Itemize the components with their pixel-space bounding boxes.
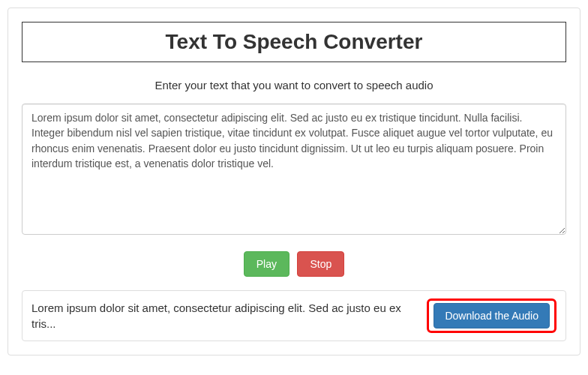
play-button[interactable]: Play	[244, 251, 290, 277]
stop-button[interactable]: Stop	[297, 251, 344, 277]
text-input[interactable]	[22, 104, 566, 235]
result-row: Lorem ipsum dolor sit amet, consectetur …	[22, 290, 566, 341]
download-audio-button[interactable]: Download the Audio	[434, 303, 550, 328]
title-box: Text To Speech Converter	[22, 22, 566, 62]
controls-row: Play Stop	[22, 251, 566, 277]
app-panel: Text To Speech Converter Enter your text…	[8, 8, 580, 356]
result-preview-text: Lorem ipsum dolor sit amet, consectetur …	[32, 300, 418, 332]
download-highlight: Download the Audio	[427, 298, 556, 333]
prompt-text: Enter your text that you want to convert…	[22, 79, 566, 92]
page-title: Text To Speech Converter	[30, 30, 558, 54]
